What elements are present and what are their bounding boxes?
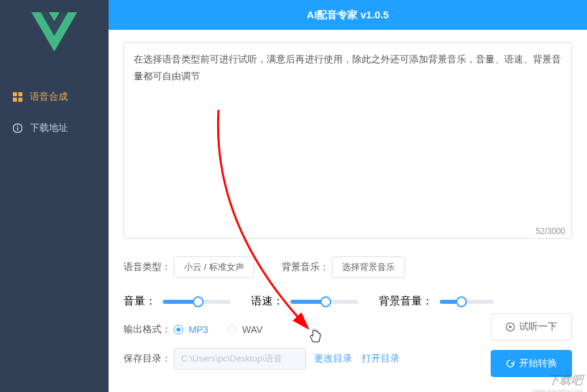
voice-type-select[interactable]: 小云 / 标准女声	[174, 256, 254, 278]
open-dir-link[interactable]: 打开目录	[362, 353, 400, 365]
radio-dot-icon	[227, 325, 237, 334]
info-icon	[12, 123, 23, 134]
save-dir-input[interactable]: C:\Users\pc\Desktop\语音	[174, 348, 306, 370]
refresh-icon	[506, 359, 515, 368]
svg-point-6	[17, 125, 18, 127]
speed-slider[interactable]	[290, 300, 358, 304]
char-count: 52/3000	[536, 227, 565, 236]
text-input[interactable]	[124, 42, 572, 239]
play-circle-icon	[506, 322, 515, 332]
svg-rect-2	[13, 98, 17, 102]
format-wav-radio[interactable]: WAV	[227, 324, 263, 335]
bg-volume-label: 背景音量：	[379, 294, 433, 309]
volume-label: 音量：	[124, 294, 156, 309]
voice-type-label: 语音类型：	[124, 261, 171, 273]
nav-download-url[interactable]: 下载地址	[0, 113, 109, 144]
bg-music-label: 背景音乐：	[282, 261, 329, 273]
svg-rect-0	[13, 92, 17, 96]
save-dir-label: 保存目录：	[124, 353, 171, 365]
sidebar: 语音合成 下载地址	[0, 0, 109, 392]
vue-logo-icon	[31, 12, 77, 54]
preview-button[interactable]: 试听一下	[491, 313, 572, 340]
nav-voice-synthesis[interactable]: 语音合成	[0, 81, 109, 113]
nav-label: 语音合成	[30, 91, 68, 103]
change-dir-link[interactable]: 更改目录	[314, 353, 352, 365]
titlebar: AI配音专家 v1.0.5	[109, 0, 587, 30]
volume-slider[interactable]	[163, 300, 231, 304]
format-label: 输出格式：	[124, 324, 171, 336]
radio-dot-icon	[174, 325, 183, 334]
app-title: AI配音专家 v1.0.5	[307, 9, 389, 22]
grid-icon	[12, 92, 23, 102]
button-label: 开始转换	[519, 357, 557, 370]
nav-label: 下载地址	[30, 122, 68, 134]
radio-label: MP3	[189, 324, 208, 335]
main-panel: AI配音专家 v1.0.5 52/3000 语音类型： 小云 / 标准女声 背景…	[109, 0, 587, 392]
svg-rect-5	[17, 128, 18, 131]
button-label: 试听一下	[519, 321, 557, 333]
start-convert-button[interactable]: 开始转换	[491, 350, 572, 377]
bg-music-select[interactable]: 选择背景音乐	[332, 256, 405, 278]
svg-rect-1	[18, 92, 22, 96]
radio-label: WAV	[242, 324, 263, 335]
svg-rect-3	[18, 98, 22, 102]
bg-volume-slider[interactable]	[440, 300, 494, 304]
format-mp3-radio[interactable]: MP3	[174, 324, 208, 335]
speed-label: 语速：	[251, 294, 284, 309]
